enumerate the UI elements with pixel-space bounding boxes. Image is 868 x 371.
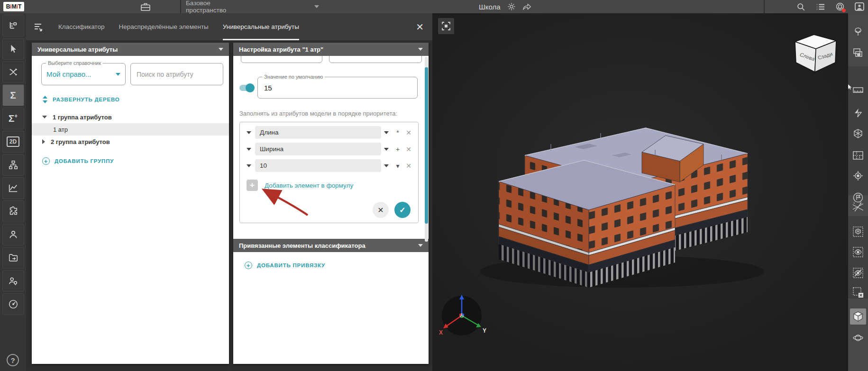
section-planes-tool-button[interactable]: 12	[850, 199, 866, 215]
search-icon[interactable]	[796, 2, 805, 11]
tree-group-2[interactable]: 2 группа атрибутов	[32, 136, 229, 148]
panel-menu-icon[interactable]	[33, 21, 44, 33]
operator-select[interactable]: *	[393, 129, 403, 136]
charts-tool-button[interactable]	[2, 177, 24, 199]
project-title: Школа	[479, 3, 501, 11]
operator-select[interactable]: ▾	[393, 162, 403, 170]
cancel-button[interactable]: ✕	[373, 202, 389, 218]
measure-tool-button[interactable]	[850, 82, 866, 98]
plugins-tool-button[interactable]	[2, 200, 24, 222]
formula-row: Длина * ✕	[244, 126, 414, 139]
clear-selection-box-tool-button[interactable]	[850, 284, 866, 300]
collapse-chevron-icon	[418, 244, 423, 247]
operand-chevron-icon[interactable]	[384, 148, 389, 151]
section-box-tool-button[interactable]	[850, 308, 866, 325]
vegetation-tool-button[interactable]	[850, 24, 866, 40]
workspace-dropdown[interactable]: Базовое пространство	[186, 0, 304, 13]
formula-confirm-row: ✕ ✓	[373, 202, 411, 218]
add-group-link[interactable]: + ДОБАВИТЬ ГРУППУ	[42, 157, 229, 165]
expand-tree-row: РАЗВЕРНУТЬ ДЕРЕВО	[32, 85, 229, 103]
chevron-expanded-icon[interactable]	[42, 116, 47, 118]
structure-tool-button[interactable]	[2, 154, 24, 176]
dashboard-gauge-tool-button[interactable]	[2, 293, 24, 315]
focus-selection-button[interactable]	[438, 18, 454, 34]
section-cube-tool-button[interactable]	[850, 126, 866, 142]
list-icon[interactable]	[816, 3, 825, 11]
help-button[interactable]: ?	[7, 354, 19, 366]
chevron-collapsed-icon[interactable]	[42, 139, 45, 144]
universal-attributes-tool-button[interactable]: Σ	[2, 84, 24, 106]
hide-elements-tool-button[interactable]	[850, 265, 866, 281]
add-element-button[interactable]: +	[247, 180, 258, 191]
operator-select[interactable]: +	[393, 145, 403, 153]
tab-classifier[interactable]: Классификатор	[58, 13, 104, 40]
formula-operand-field[interactable]: Длина	[255, 126, 381, 139]
chevron-down-icon	[314, 5, 319, 8]
selection-sets-tool-button[interactable]	[850, 45, 866, 61]
linked-elements-header[interactable]: Привязанные элементы классификатора	[233, 239, 429, 252]
model-viewport[interactable]: Слева Сзади X Y	[432, 13, 868, 371]
users-tool-button[interactable]	[2, 224, 24, 245]
operand-chevron-icon[interactable]	[384, 164, 389, 167]
operand-chevron-icon[interactable]	[384, 131, 389, 134]
attribute-settings-panel: Настройка атрибута "1 атр" Значение по у…	[233, 43, 429, 364]
axis-y-label: Y	[483, 327, 486, 334]
bimit-logo[interactable]: BiMiT	[3, 2, 24, 11]
attribute-search-input[interactable]	[131, 63, 223, 85]
scrolled-field-1[interactable]	[241, 56, 322, 63]
add-binding-link[interactable]: + ДОБАВИТЬ ПРИВЯЗКУ	[245, 262, 429, 269]
default-value-field[interactable]: Значение по умолчанию 15	[257, 77, 418, 99]
confirm-button[interactable]: ✓	[394, 202, 411, 218]
tab-unallocated-elements[interactable]: Нераспределённые элементы	[119, 13, 208, 40]
priority-hint-label: Заполнять из атрибутов модели в порядке …	[239, 110, 429, 117]
row-type-chevron-icon[interactable]	[247, 148, 251, 151]
expand-collapse-icon	[42, 96, 48, 103]
settings-scrollbar-thumb[interactable]	[425, 67, 428, 224]
orbit-tool-button[interactable]	[850, 330, 866, 346]
attributes-panel-header[interactable]: Универсальные атрибуты	[32, 43, 229, 56]
tab-universal-attributes[interactable]: Универсальные атрибуты	[223, 13, 299, 40]
account-icon[interactable]	[855, 2, 864, 11]
briefcase-icon[interactable]	[140, 2, 151, 11]
attributes-panel-title: Универсальные атрибуты	[37, 46, 118, 53]
remove-row-icon[interactable]: ✕	[403, 145, 414, 153]
shared-folder-tool-button[interactable]	[2, 247, 24, 269]
select-tool-button[interactable]	[2, 38, 24, 60]
remove-row-icon[interactable]: ✕	[403, 162, 414, 170]
relations-tool-button[interactable]	[2, 61, 24, 83]
gear-icon[interactable]	[507, 2, 516, 11]
topbar-divider-right	[764, 0, 765, 13]
view-cube[interactable]: Слева Сзади	[791, 32, 839, 76]
toggle-knob	[246, 83, 255, 92]
locate-target-tool-button[interactable]	[850, 168, 866, 184]
tree-group-1[interactable]: 1 группа атрибутов	[32, 111, 229, 123]
settings-panel-header[interactable]: Настройка атрибута "1 атр"	[233, 43, 429, 56]
reference-select[interactable]: Выберите справочник Мой справо...	[41, 63, 126, 85]
notifications-bell-icon[interactable]	[836, 2, 844, 11]
flash-section-tool-button[interactable]	[850, 105, 866, 121]
model-tree-tool-button[interactable]	[2, 15, 24, 36]
row-type-chevron-icon[interactable]	[247, 164, 251, 167]
isolate-box-tool-button[interactable]	[850, 224, 866, 240]
default-value-toggle[interactable]	[239, 85, 254, 91]
floorplan-tool-button[interactable]	[850, 147, 866, 163]
scrolled-fields-row	[233, 56, 429, 64]
row-type-chevron-icon[interactable]	[247, 131, 251, 134]
plus-circle-icon: +	[42, 157, 50, 165]
user-location-tool-button[interactable]	[2, 270, 24, 292]
tree-item-1-atr[interactable]: 1 атр	[32, 123, 229, 136]
expand-tree-link[interactable]: РАЗВЕРНУТЬ ДЕРЕВО	[42, 96, 229, 103]
linked-elements-title: Привязанные элементы классификатора	[239, 242, 365, 249]
show-elements-tool-button[interactable]	[850, 244, 866, 260]
formula-operand-field[interactable]: Ширина	[255, 143, 381, 155]
reference-select-value: Мой справо...	[46, 70, 91, 78]
add-element-link[interactable]: Добавить элемент в формулу	[265, 182, 353, 189]
share-icon[interactable]	[522, 3, 531, 11]
workspace-label: Базовое пространство	[186, 0, 226, 14]
scrolled-field-2[interactable]	[329, 56, 422, 63]
close-panel-icon[interactable]: ✕	[416, 22, 424, 32]
2d-view-tool-button[interactable]: 2D	[2, 131, 24, 153]
formula-operand-field[interactable]: 10	[255, 159, 381, 172]
add-attribute-tool-button[interactable]: Σ+	[2, 108, 24, 129]
remove-row-icon[interactable]: ✕	[403, 129, 414, 136]
